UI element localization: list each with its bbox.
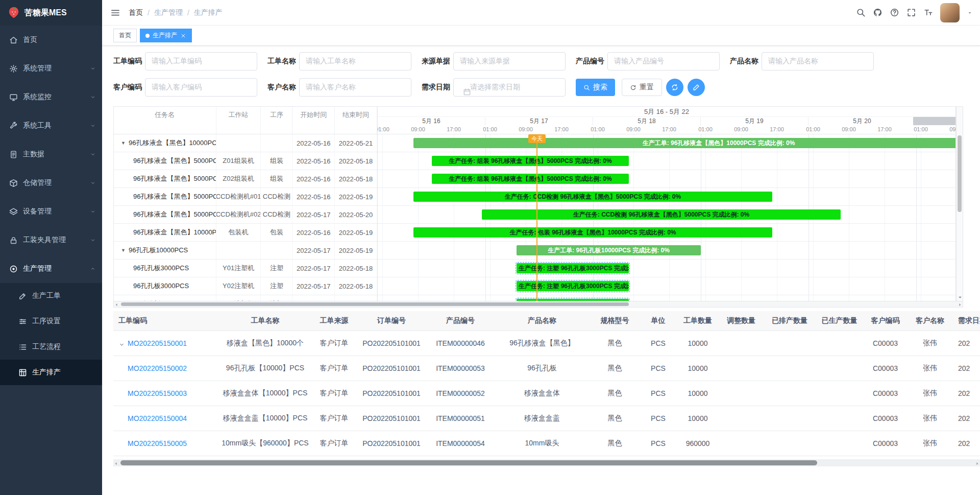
order-row[interactable]: MO202205150003移液盒盒体【10000】PCS客户订单PO20220…: [113, 381, 980, 406]
monitor-icon: [9, 93, 18, 102]
sidebar-item-label: 系统管理: [23, 64, 90, 73]
gantt-task-row[interactable]: 96孔移液盒【黑色】10000PCS包装机包装2022-05-162022-05…: [114, 224, 377, 242]
order-row[interactable]: MO202205150001移液盒【黑色】10000个客户订单PO2022051…: [113, 331, 980, 356]
font-size-button[interactable]: [923, 8, 933, 17]
task-start-date: 2022-05-17: [292, 206, 335, 223]
filter-input[interactable]: 请输入客户编码: [145, 78, 257, 97]
tab-close-icon[interactable]: [180, 33, 186, 39]
work-order-link[interactable]: MO202205150002: [128, 364, 187, 372]
order-cell-produced: [815, 356, 864, 381]
filter-input[interactable]: 请输入工单名称: [299, 52, 411, 70]
gantt-table-header: 任务名工作站工序开始时间结束时间: [114, 107, 377, 134]
search-button[interactable]: [856, 8, 866, 17]
sidebar-subitem-2[interactable]: 工艺流程: [0, 334, 102, 360]
gantt-bar-order[interactable]: 生产工单: 96孔孔板10000PCS 完成比例: 0%: [517, 245, 701, 255]
tri-left-icon[interactable]: [114, 461, 118, 466]
sidebar-subitem-0[interactable]: 生产工单: [0, 283, 102, 309]
filter-input[interactable]: 请输入客户名称: [299, 78, 411, 97]
task-end-date: 2022-05-19: [335, 224, 377, 241]
order-cell-spec: 黑色: [591, 431, 639, 456]
order-cell-adjust: [718, 431, 764, 456]
work-order-link[interactable]: MO202205150003: [128, 389, 187, 397]
demand-date-input[interactable]: 请选择需求日期: [453, 78, 566, 97]
orders-horizontal-scrollbar[interactable]: [113, 459, 980, 466]
sidebar-item-8[interactable]: 生产管理: [0, 254, 102, 283]
sidebar-subitem-1[interactable]: 工序设置: [0, 309, 102, 334]
gantt-task-row[interactable]: 96孔移液盒【黑色】5000PCSZ01组装机组装2022-05-162022-…: [114, 152, 377, 170]
timeline-scroll-corner[interactable]: [913, 117, 956, 125]
gantt-task-row[interactable]: 96孔孔板3000PCSY01注塑机注塑2022-05-172022-05-18: [114, 260, 377, 277]
sidebar-item-7[interactable]: 工装夹具管理: [0, 226, 102, 254]
work-order-link[interactable]: MO202205150004: [128, 414, 187, 422]
gantt-bar-task[interactable]: 生产任务: 组装 96孔移液盒【黑色】5000PCS 完成比例: 0%: [432, 156, 629, 166]
sidebar-item-6[interactable]: 设备管理: [0, 197, 102, 226]
filter-input[interactable]: 请输入产品名称: [762, 52, 874, 70]
sidebar-item-5[interactable]: 仓储管理: [0, 169, 102, 197]
gantt-bar-task[interactable]: 生产任务: CCD检测 96孔移液盒【黑色】5000PCS 完成比例: 0%: [413, 192, 772, 202]
sidebar-item-3[interactable]: 系统工具: [0, 111, 102, 140]
work-order-link[interactable]: MO202205150001: [128, 339, 187, 347]
gantt-task-row[interactable]: 96孔孔板4000PCSY03注塑机注塑2022-05-172022-05-18: [114, 295, 377, 301]
scroll-down-icon[interactable]: [957, 295, 962, 300]
gantt-bar-task[interactable]: 生产任务: 包装 96孔移液盒【黑色】10000PCS 完成比例: 0%: [413, 227, 772, 238]
task-process: 组装: [261, 170, 292, 187]
order-row[interactable]: MO20220515000510mm吸头【960000】PCS客户订单PO202…: [113, 431, 980, 456]
refresh-gantt-button[interactable]: [666, 79, 683, 96]
tab-0[interactable]: 首页: [113, 29, 137, 42]
gantt-bar-task[interactable]: 生产任务: 注塑 96孔孔板3000PCS 完成比例: 0%: [517, 281, 629, 291]
gantt-bar-task[interactable]: 生产任务: CCD检测 96孔移液盒【黑色】5000PCS 完成比例: 0%: [482, 209, 841, 220]
collapse-triangle-icon[interactable]: ▼: [121, 140, 126, 146]
filter-input[interactable]: 请输入产品编号: [607, 52, 720, 70]
user-menu-caret-icon[interactable]: [967, 10, 973, 16]
order-row[interactable]: MO202205150004移液盒盒盖【10000】PCS客户订单PO20220…: [113, 406, 980, 431]
row-expand-icon[interactable]: [118, 340, 125, 347]
filter-input[interactable]: 请输入来源单据: [453, 52, 566, 70]
sidebar-subitem-3[interactable]: 生产排产: [0, 360, 102, 385]
gantt-bar-order[interactable]: 生产工单: 96孔移液盒【黑色】10000PCS 完成比例: 0%: [413, 138, 956, 148]
sidebar-item-2[interactable]: 系统监控: [0, 83, 102, 111]
gantt-bar-task[interactable]: 生产任务: 组装 96孔移液盒【黑色】5000PCS 完成比例: 0%: [432, 174, 629, 184]
search-button[interactable]: 搜索: [576, 79, 615, 96]
question-button[interactable]: [890, 8, 899, 17]
scrollbar-thumb[interactable]: [958, 135, 962, 212]
tri-right-icon[interactable]: [958, 302, 962, 307]
sidebar-item-1[interactable]: 系统管理: [0, 54, 102, 83]
gantt-horizontal-scrollbar[interactable]: [113, 301, 963, 308]
gantt-task-row[interactable]: 96孔移液盒【黑色】5000PCSCCD检测机#02CCD检测2022-05-1…: [114, 206, 377, 224]
sidebar-toggle-icon[interactable]: [110, 8, 120, 18]
gantt-task-row[interactable]: 96孔移液盒【黑色】5000PCSZ02组装机组装2022-05-162022-…: [114, 170, 377, 188]
edit-schedule-button[interactable]: [688, 79, 705, 96]
sidebar-item-4[interactable]: 主数据: [0, 140, 102, 169]
breadcrumb-item[interactable]: 生产排产: [194, 8, 223, 17]
tri-down-icon[interactable]: [958, 295, 963, 300]
gantt-task-row[interactable]: ▼96孔移液盒【黑色】10000PCS2022-05-162022-05-21: [114, 134, 377, 152]
filter-field: 产品名称请输入产品名称: [730, 52, 874, 70]
sidebar-item-0[interactable]: 首页: [0, 26, 102, 54]
fullscreen-button[interactable]: [906, 8, 916, 17]
work-order-link[interactable]: MO202205150005: [128, 439, 187, 447]
order-cell-cust_code: C00003: [864, 406, 907, 431]
tri-left-icon[interactable]: [114, 302, 119, 307]
github-button[interactable]: [873, 8, 883, 17]
collapse-triangle-icon[interactable]: ▼: [121, 248, 126, 253]
filter-input[interactable]: 请输入工单编码: [145, 52, 257, 70]
gantt-bar-task[interactable]: 生产任务: 注塑 96孔孔板3000PCS 完成比例: 0%: [517, 263, 629, 273]
chevron-down-icon[interactable]: [118, 341, 125, 348]
breadcrumb-item[interactable]: 生产管理: [154, 8, 183, 17]
breadcrumb-item[interactable]: 首页: [129, 8, 143, 17]
scrollbar-thumb[interactable]: [120, 460, 817, 465]
gantt-vertical-scrollbar[interactable]: [956, 106, 963, 301]
task-name: 96孔移液盒【黑色】5000PCS: [133, 156, 216, 166]
scrollbar-thumb[interactable]: [121, 302, 629, 306]
reset-button[interactable]: 重置: [622, 79, 662, 96]
tri-right-icon[interactable]: [975, 461, 979, 466]
gantt-task-row[interactable]: 96孔移液盒【黑色】5000PCSCCD检测机#01CCD检测2022-05-1…: [114, 188, 377, 206]
order-row[interactable]: MO20220515000296孔孔板【10000】PCS客户订单PO20220…: [113, 356, 980, 381]
gantt-task-row[interactable]: 96孔孔板3000PCSY02注塑机注塑2022-05-172022-05-18: [114, 277, 377, 295]
gantt-task-row[interactable]: ▼96孔孔板10000PCS2022-05-172022-05-19: [114, 242, 377, 260]
tab-1[interactable]: 生产排产: [140, 29, 192, 42]
user-avatar[interactable]: [940, 3, 960, 22]
orders-column-header: 工单数量: [677, 311, 718, 331]
order-cell-scheduled: [764, 431, 815, 456]
doc-icon: [9, 150, 18, 159]
